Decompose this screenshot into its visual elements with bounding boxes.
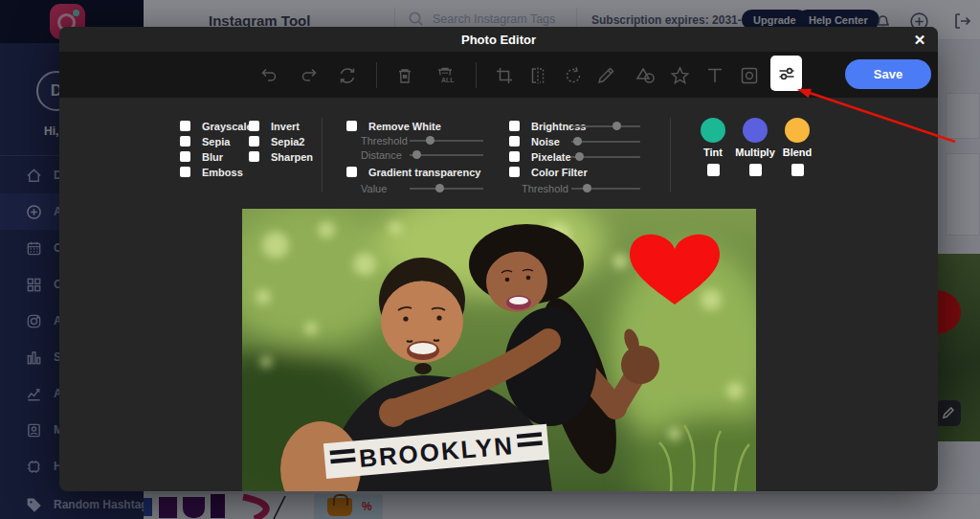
- noise-checkbox[interactable]: [509, 136, 520, 147]
- filter-remove-white: Remove White: [346, 120, 441, 132]
- sharpen-checkbox[interactable]: [249, 151, 259, 162]
- sepia2-checkbox[interactable]: [249, 136, 259, 147]
- filter-button[interactable]: [770, 56, 802, 91]
- brightness-slider[interactable]: [571, 120, 640, 132]
- toolbar-separator: [476, 62, 477, 88]
- filter-invert: Invert: [249, 120, 300, 132]
- filter-panel: Grayscale Sepia Blur Emboss Invert Sepia…: [59, 98, 938, 209]
- filter-noise: Noise: [509, 135, 560, 147]
- gradient-transparency-checkbox[interactable]: [346, 167, 357, 177]
- blend-option-multiply: Multiply: [734, 118, 776, 176]
- tint-swatch[interactable]: [701, 118, 725, 143]
- couple-photo: BROOKLYN: [242, 209, 756, 491]
- grayscale-checkbox[interactable]: [180, 121, 190, 131]
- sliders-icon: [776, 63, 797, 84]
- blur-checkbox[interactable]: [180, 151, 190, 162]
- remove-white-threshold-slider[interactable]: [410, 134, 483, 147]
- filter-grayscale: Grayscale: [180, 120, 253, 132]
- remove-white-distance-slider[interactable]: [410, 148, 483, 161]
- brightness-checkbox[interactable]: [509, 121, 520, 131]
- undo-button[interactable]: [256, 64, 281, 87]
- color-filter-threshold-row: Threshold: [522, 182, 568, 194]
- mask-button[interactable]: [737, 64, 762, 87]
- pixelate-checkbox[interactable]: [509, 151, 520, 162]
- rotate-button[interactable]: [561, 64, 586, 87]
- panel-separator: [670, 118, 671, 192]
- tint-checkbox[interactable]: [707, 164, 720, 176]
- blend-checkbox[interactable]: [791, 164, 804, 176]
- editor-canvas[interactable]: BROOKLYN: [242, 209, 756, 491]
- shape-button[interactable]: [634, 64, 658, 87]
- redo-button[interactable]: [297, 64, 322, 87]
- blend-option-blend: Blend: [776, 118, 818, 176]
- remove-white-distance-row: Distance: [361, 148, 402, 161]
- pixelate-slider[interactable]: [571, 150, 640, 163]
- delete-all-button[interactable]: ALL: [433, 64, 457, 87]
- screen: D Hi, I Dashb Add F Calen Capti Accou St…: [0, 0, 980, 519]
- invert-checkbox[interactable]: [249, 121, 259, 131]
- crop-button[interactable]: [492, 64, 517, 87]
- delete-button[interactable]: [392, 64, 417, 87]
- modal-titlebar: Photo Editor ✕: [59, 27, 938, 52]
- color-filter-checkbox[interactable]: [509, 167, 520, 177]
- photo-editor-modal: Photo Editor ✕ ALL: [59, 27, 938, 491]
- gradient-value-slider[interactable]: [410, 182, 483, 194]
- blend-swatch[interactable]: [785, 118, 810, 143]
- flip-button[interactable]: [525, 64, 550, 87]
- filter-sepia: Sepia: [180, 135, 230, 147]
- modal-title: Photo Editor: [461, 33, 536, 47]
- remove-white-checkbox[interactable]: [346, 121, 357, 131]
- multiply-checkbox[interactable]: [749, 164, 762, 176]
- panel-separator: [322, 118, 323, 192]
- blend-option-tint: Tint: [692, 118, 734, 176]
- color-filter-threshold-slider[interactable]: [571, 182, 640, 194]
- editor-toolbar: ALL: [59, 52, 938, 98]
- remove-white-threshold-row: Threshold: [361, 134, 408, 147]
- close-icon[interactable]: ✕: [909, 30, 930, 51]
- filter-pixelate: Pixelate: [509, 150, 571, 163]
- svg-text:ALL: ALL: [441, 77, 455, 83]
- reset-button[interactable]: [335, 64, 360, 87]
- sepia-checkbox[interactable]: [180, 136, 190, 147]
- save-button[interactable]: Save: [845, 59, 931, 89]
- emboss-checkbox[interactable]: [180, 167, 190, 177]
- draw-button[interactable]: [593, 64, 618, 87]
- multiply-swatch[interactable]: [743, 118, 768, 143]
- filter-blur: Blur: [180, 150, 223, 163]
- star-button[interactable]: [667, 64, 692, 87]
- noise-slider[interactable]: [571, 135, 640, 147]
- filter-sharpen: Sharpen: [249, 150, 313, 163]
- gradient-value-row: Value: [361, 182, 387, 194]
- filter-emboss: Emboss: [180, 166, 243, 178]
- filter-gradient-transparency: Gradient transparency: [346, 166, 480, 178]
- filter-color-filter: Color Filter: [509, 166, 588, 178]
- filter-sepia2: Sepia2: [249, 135, 304, 147]
- toolbar-separator: [376, 62, 377, 88]
- text-button[interactable]: [702, 64, 727, 87]
